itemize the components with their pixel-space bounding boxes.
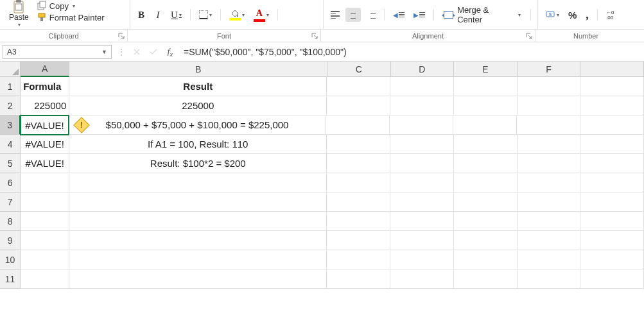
- copy-button[interactable]: Copy ▾: [35, 0, 106, 12]
- col-header-c[interactable]: C: [327, 62, 391, 77]
- cell-f8[interactable]: [518, 212, 581, 231]
- align-center-button[interactable]: [345, 8, 361, 22]
- comma-style-button[interactable]: ,: [582, 8, 592, 22]
- clipboard-launcher[interactable]: [117, 32, 125, 40]
- cell-g3[interactable]: [580, 115, 644, 135]
- cell-f7[interactable]: [518, 192, 581, 212]
- cell-g1[interactable]: [580, 77, 644, 96]
- font-launcher[interactable]: [311, 32, 318, 40]
- cell-g4[interactable]: [580, 135, 644, 154]
- row-header-7[interactable]: 7: [0, 192, 21, 212]
- cell-d6[interactable]: [390, 173, 454, 192]
- cell-d1[interactable]: [390, 77, 454, 96]
- increase-decimal-button[interactable]: ←0.00: [603, 8, 621, 22]
- cell-g10[interactable]: [580, 250, 644, 269]
- cell-a4[interactable]: #VALUE!: [21, 135, 69, 154]
- cell-a1[interactable]: Formula: [21, 77, 69, 96]
- cell-f11[interactable]: [518, 269, 581, 289]
- cell-b9[interactable]: [69, 231, 327, 250]
- cell-e10[interactable]: [454, 250, 518, 269]
- align-left-button[interactable]: [327, 8, 343, 22]
- cell-c10[interactable]: [327, 250, 390, 269]
- cell-d2[interactable]: [390, 96, 454, 115]
- col-header-d[interactable]: D: [391, 62, 455, 77]
- cell-c2[interactable]: [327, 96, 390, 115]
- accounting-format-button[interactable]: $▾: [542, 8, 562, 22]
- align-right-button[interactable]: [363, 8, 379, 22]
- row-header-10[interactable]: 10: [0, 250, 21, 269]
- underline-button[interactable]: U▾: [168, 8, 185, 22]
- cell-c3[interactable]: [326, 115, 390, 135]
- borders-button[interactable]: ▾: [196, 8, 215, 22]
- col-header-b[interactable]: B: [69, 62, 327, 77]
- select-all-corner[interactable]: [0, 62, 21, 77]
- italic-button[interactable]: I: [151, 8, 165, 22]
- cell-d4[interactable]: [390, 135, 454, 154]
- cell-g11[interactable]: [580, 269, 644, 289]
- cell-b4[interactable]: If A1 = 100, Result: 110: [69, 135, 327, 154]
- cell-e11[interactable]: [454, 269, 518, 289]
- font-color-button[interactable]: A ▾: [250, 8, 272, 22]
- increase-indent-button[interactable]: ▶: [410, 8, 428, 22]
- cell-d9[interactable]: [390, 231, 454, 250]
- cell-g7[interactable]: [580, 192, 644, 212]
- cancel-formula-button[interactable]: [128, 45, 145, 59]
- formula-input[interactable]: [178, 45, 641, 59]
- cell-b3[interactable]: $50,000 + $75,000 + $100,000 = $225,000: [69, 115, 327, 135]
- cell-f6[interactable]: [518, 173, 581, 192]
- cell-d3[interactable]: [390, 115, 453, 135]
- cell-e1[interactable]: [454, 77, 518, 96]
- cell-d10[interactable]: [390, 250, 454, 269]
- bold-button[interactable]: B: [134, 8, 148, 22]
- cell-c5[interactable]: [327, 154, 390, 173]
- cell-e2[interactable]: [454, 96, 518, 115]
- cell-c6[interactable]: [327, 173, 390, 192]
- cell-e8[interactable]: [454, 212, 518, 231]
- cell-f2[interactable]: [518, 96, 581, 115]
- cell-a11[interactable]: [21, 269, 69, 289]
- cell-c4[interactable]: [327, 135, 390, 154]
- cell-g5[interactable]: [580, 154, 644, 173]
- format-painter-button[interactable]: Format Painter: [35, 12, 106, 23]
- cell-d8[interactable]: [390, 212, 454, 231]
- row-header-6[interactable]: 6: [0, 173, 21, 192]
- fill-color-button[interactable]: ▾: [226, 8, 248, 22]
- cell-e3[interactable]: [453, 115, 517, 135]
- cell-e9[interactable]: [454, 231, 518, 250]
- cell-d11[interactable]: [390, 269, 454, 289]
- cell-a2[interactable]: 225000: [21, 96, 69, 115]
- cell-b1[interactable]: Result: [69, 77, 327, 96]
- enter-formula-button[interactable]: [145, 45, 162, 59]
- row-header-3[interactable]: 3: [0, 115, 21, 135]
- cell-b8[interactable]: [69, 212, 327, 231]
- cell-b6[interactable]: [69, 173, 327, 192]
- cell-f3[interactable]: [517, 115, 580, 135]
- insert-function-button[interactable]: fx: [162, 45, 178, 59]
- cell-c9[interactable]: [327, 231, 390, 250]
- cell-f9[interactable]: [518, 231, 581, 250]
- cell-g9[interactable]: [580, 231, 644, 250]
- cell-b7[interactable]: [69, 192, 327, 212]
- paste-button[interactable]: Paste ▾: [6, 0, 31, 28]
- percent-button[interactable]: %: [565, 8, 580, 22]
- row-header-11[interactable]: 11: [0, 269, 21, 289]
- cell-a5[interactable]: #VALUE!: [21, 154, 69, 173]
- cell-a3[interactable]: #VALUE!: [20, 115, 69, 135]
- col-header-e[interactable]: E: [454, 62, 518, 77]
- cell-e6[interactable]: [454, 173, 518, 192]
- cell-c1[interactable]: [327, 77, 390, 96]
- cell-f1[interactable]: [518, 77, 581, 96]
- col-header-f[interactable]: F: [518, 62, 581, 77]
- cell-b11[interactable]: [69, 269, 327, 289]
- decrease-indent-button[interactable]: ◀: [390, 8, 408, 22]
- cell-d7[interactable]: [390, 192, 454, 212]
- cell-c11[interactable]: [327, 269, 390, 289]
- row-header-4[interactable]: 4: [0, 135, 21, 154]
- row-header-9[interactable]: 9: [0, 231, 21, 250]
- cell-g8[interactable]: [580, 212, 644, 231]
- row-header-2[interactable]: 2: [0, 96, 21, 115]
- row-header-1[interactable]: 1: [0, 77, 21, 96]
- cell-e7[interactable]: [454, 192, 518, 212]
- cell-b2[interactable]: 225000: [69, 96, 327, 115]
- cell-b10[interactable]: [69, 250, 327, 269]
